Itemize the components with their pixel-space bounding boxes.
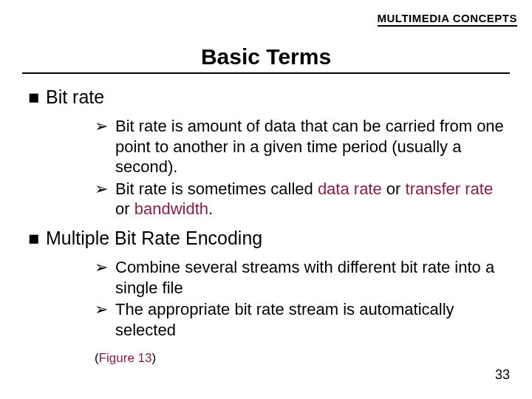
- arrow-bullet-icon: ➢: [95, 257, 108, 278]
- figure-reference: (Figure 13): [95, 350, 510, 366]
- bullet-point: ➢ Combine several streams with different…: [95, 257, 510, 298]
- page-number: 33: [495, 367, 510, 383]
- point-text: The appropriate bit rate stream is autom…: [115, 300, 454, 339]
- slide-title: Basic Terms: [201, 44, 331, 69]
- point-text: Combine several streams with different b…: [115, 258, 494, 297]
- keyword: data rate: [318, 180, 382, 198]
- figure-link[interactable]: Figure 13: [99, 351, 152, 365]
- point-text: Bit rate is amount of data that can be c…: [115, 117, 504, 176]
- topic-heading-bit-rate: ■Bit rate: [28, 86, 510, 109]
- arrow-bullet-icon: ➢: [95, 179, 108, 200]
- topic-points-bit-rate: ➢ Bit rate is amount of data that can be…: [95, 116, 510, 219]
- topic-heading-text: Bit rate: [46, 86, 104, 107]
- title-underline: [22, 72, 510, 74]
- topic-points-multiple-bit-rate: ➢ Combine several streams with different…: [95, 257, 510, 340]
- content-area: ■Bit rate ➢ Bit rate is amount of data t…: [28, 81, 510, 366]
- bullet-point: ➢ Bit rate is sometimes called data rate…: [95, 179, 510, 219]
- square-bullet-icon: ■: [28, 227, 46, 250]
- square-bullet-icon: ■: [28, 86, 46, 109]
- keyword: transfer rate: [406, 180, 494, 198]
- arrow-bullet-icon: ➢: [95, 116, 108, 137]
- header-label: MULTIMEDIA CONCEPTS: [378, 12, 518, 27]
- topic-heading-multiple-bit-rate: ■Multiple Bit Rate Encoding: [28, 227, 510, 250]
- point-text: Bit rate is sometimes called data rate o…: [115, 180, 493, 219]
- figure-close-paren: ): [152, 351, 157, 365]
- arrow-bullet-icon: ➢: [95, 299, 108, 320]
- bullet-point: ➢ The appropriate bit rate stream is aut…: [95, 299, 510, 340]
- slide: MULTIMEDIA CONCEPTS Basic Terms ■Bit rat…: [0, 0, 532, 399]
- bullet-point: ➢ Bit rate is amount of data that can be…: [95, 116, 510, 177]
- topic-heading-text: Multiple Bit Rate Encoding: [46, 228, 262, 248]
- keyword: bandwidth: [134, 200, 208, 218]
